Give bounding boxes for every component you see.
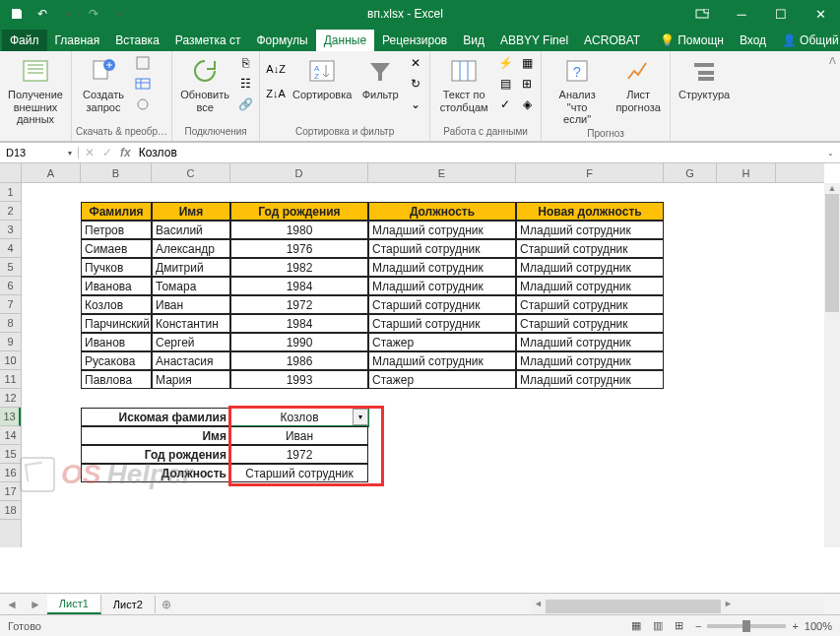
sort-button[interactable]: AZСортировка: [290, 53, 355, 103]
col-header[interactable]: F: [516, 163, 664, 182]
text-to-columns-button[interactable]: Текст по столбцам: [434, 53, 493, 115]
cell-F6[interactable]: Младший сотрудник: [516, 277, 664, 295]
cell-B5[interactable]: Пучков: [81, 258, 152, 277]
cell-C16[interactable]: Должность: [81, 464, 230, 482]
row-headers[interactable]: 123456789101112131415161718: [0, 163, 22, 547]
row-header[interactable]: 11: [0, 370, 21, 389]
cell-B4[interactable]: Симаев: [81, 239, 152, 258]
row-header[interactable]: 12: [0, 389, 21, 408]
cell-C13[interactable]: Искомая фамилия: [81, 408, 230, 426]
properties-icon[interactable]: ☷: [235, 74, 255, 94]
collapse-ribbon-icon[interactable]: ᐱ: [829, 55, 836, 66]
cell-B10[interactable]: Русакова: [81, 351, 152, 370]
row-header[interactable]: 5: [0, 258, 21, 277]
row-header[interactable]: 16: [0, 464, 21, 482]
cell-E6[interactable]: Младший сотрудник: [368, 277, 516, 295]
zoom-value[interactable]: 100%: [805, 620, 832, 632]
cell-C10[interactable]: Анастасия: [152, 351, 230, 370]
tab-data[interactable]: Данные: [316, 30, 374, 51]
select-all-corner[interactable]: [0, 163, 22, 183]
cell-C15[interactable]: Год рождения: [81, 445, 230, 464]
redo-icon[interactable]: ↷: [85, 5, 102, 23]
minimize-icon[interactable]: ─: [722, 0, 761, 28]
row-header[interactable]: 6: [0, 277, 21, 295]
zoom-out-icon[interactable]: −: [695, 620, 701, 632]
cell-D10[interactable]: 1986: [230, 351, 368, 370]
col-header[interactable]: A: [22, 163, 81, 182]
undo-icon[interactable]: ↶: [33, 5, 51, 23]
row-header[interactable]: 4: [0, 239, 21, 258]
cell-D14[interactable]: Иван: [230, 426, 368, 445]
column-headers[interactable]: ABCDEFGH: [22, 163, 824, 183]
sheet-tab-1[interactable]: Лист1: [47, 595, 101, 614]
cell-C11[interactable]: Мария: [152, 370, 230, 389]
cell-D8[interactable]: 1984: [230, 314, 368, 333]
signin-button[interactable]: Вход: [732, 30, 774, 51]
sheet-nav-prev-icon[interactable]: ◄: [0, 598, 24, 611]
name-box[interactable]: D13▾: [0, 147, 79, 159]
maximize-icon[interactable]: ☐: [761, 0, 801, 28]
outline-button[interactable]: Структура: [675, 53, 734, 103]
zoom-slider[interactable]: [707, 624, 786, 628]
undo-dropdown-icon[interactable]: ▾: [59, 5, 77, 23]
cell-E10[interactable]: Младший сотрудник: [368, 351, 516, 370]
fx-icon[interactable]: fx: [120, 146, 131, 159]
row-header[interactable]: 18: [0, 501, 21, 520]
sheet-nav-next-icon[interactable]: ►: [24, 598, 47, 611]
cell-D6[interactable]: 1984: [230, 277, 368, 295]
cell-E3[interactable]: Младший сотрудник: [368, 221, 516, 239]
cell-E2[interactable]: Должность: [368, 202, 516, 221]
zoom-in-icon[interactable]: +: [792, 620, 798, 632]
spreadsheet-grid[interactable]: ABCDEFGH 123456789101112131415161718 Фам…: [0, 163, 840, 547]
cell-B3[interactable]: Петров: [81, 221, 152, 239]
show-queries-icon[interactable]: [133, 53, 153, 73]
cell-C2[interactable]: Имя: [152, 202, 230, 221]
cell-D15[interactable]: 1972: [230, 445, 368, 464]
col-header[interactable]: B: [81, 163, 152, 182]
cell-F3[interactable]: Младший сотрудник: [516, 221, 664, 239]
cell-D3[interactable]: 1980: [230, 221, 368, 239]
save-icon[interactable]: [8, 5, 26, 23]
cell-C3[interactable]: Василий: [152, 221, 230, 239]
edit-links-icon[interactable]: 🔗: [235, 95, 255, 114]
cell-C14[interactable]: Имя: [81, 426, 230, 445]
row-header[interactable]: 15: [0, 445, 21, 464]
advanced-icon[interactable]: ⌄: [406, 95, 425, 114]
cell-D11[interactable]: 1993: [230, 370, 368, 389]
relations-icon[interactable]: ⊞: [517, 74, 537, 94]
tab-abbyy[interactable]: ABBYY Finel: [492, 30, 576, 51]
cell-E11[interactable]: Стажер: [368, 370, 516, 389]
tab-view[interactable]: Вид: [455, 30, 492, 51]
cell-C9[interactable]: Сергей: [152, 333, 230, 351]
cell-C6[interactable]: Томара: [152, 277, 230, 295]
qat-dropdown-icon[interactable]: ▾: [110, 5, 128, 23]
consolidate-icon[interactable]: ▦: [517, 53, 537, 73]
dedup-icon[interactable]: ▤: [495, 74, 515, 94]
cell-F5[interactable]: Младший сотрудник: [516, 258, 664, 277]
row-header[interactable]: 13: [0, 408, 21, 426]
cell-F7[interactable]: Старший сотрудник: [516, 295, 664, 314]
tab-layout[interactable]: Разметка ст: [167, 30, 249, 51]
external-data-button[interactable]: Получение внешних данных: [4, 53, 67, 128]
cell-C7[interactable]: Иван: [152, 295, 230, 314]
tab-home[interactable]: Главная: [47, 30, 108, 51]
view-normal-icon[interactable]: ▦: [631, 619, 641, 632]
add-sheet-icon[interactable]: ⊕: [156, 598, 177, 611]
new-query-button[interactable]: Создать запрос: [76, 53, 131, 115]
refresh-all-button[interactable]: Обновить все: [176, 53, 233, 115]
cell-F10[interactable]: Младший сотрудник: [516, 351, 664, 370]
clear-filter-icon[interactable]: ✕: [406, 53, 425, 73]
cell-F11[interactable]: Младший сотрудник: [516, 370, 664, 389]
connections-icon[interactable]: ⎘: [235, 53, 255, 73]
row-header[interactable]: 14: [0, 426, 21, 445]
row-header[interactable]: 8: [0, 314, 21, 333]
cell-B6[interactable]: Иванова: [81, 277, 152, 295]
tab-file[interactable]: Файл: [2, 30, 47, 51]
cell-F4[interactable]: Старший сотрудник: [516, 239, 664, 258]
cell-E5[interactable]: Младший сотрудник: [368, 258, 516, 277]
view-break-icon[interactable]: ⊞: [675, 619, 683, 632]
ribbon-opts-icon[interactable]: [682, 0, 722, 28]
cell-B11[interactable]: Павлова: [81, 370, 152, 389]
sheet-tab-2[interactable]: Лист2: [101, 596, 156, 613]
tab-acrobat[interactable]: ACROBAT: [576, 30, 648, 51]
